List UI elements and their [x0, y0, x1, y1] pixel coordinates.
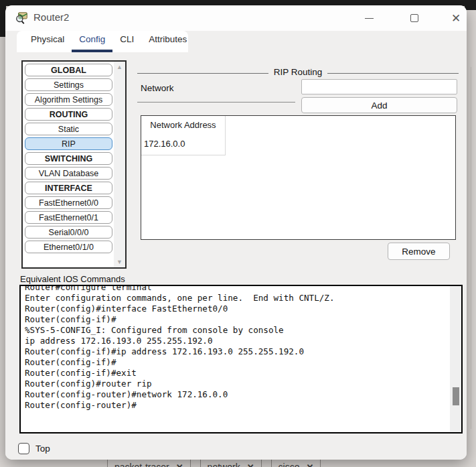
- sidebar-item-settings[interactable]: Settings: [25, 78, 112, 91]
- tag-label: cisco: [279, 462, 300, 467]
- sidebar-item-global[interactable]: GLOBAL: [25, 64, 112, 76]
- network-divider: [137, 102, 295, 103]
- network-address-entry[interactable]: 172.16.0.0: [144, 139, 191, 149]
- config-sidebar: GLOBAL Settings Algorithm Settings ROUTI…: [21, 60, 127, 269]
- top-checkbox-row: Top: [18, 443, 50, 454]
- tag-close-icon[interactable]: ✕: [176, 462, 183, 467]
- network-label: Network: [141, 83, 174, 93]
- config-content: GLOBAL Settings Algorithm Settings ROUTI…: [5, 52, 467, 460]
- tag-label: packet-tracer: [114, 462, 169, 467]
- backdrop-dark-corner: [465, 0, 476, 10]
- sidebar-item-algorithm-settings[interactable]: Algorithm Settings: [25, 93, 112, 106]
- remove-button[interactable]: Remove: [388, 243, 450, 260]
- backdrop-page-scrollbar: [471, 67, 471, 429]
- network-input[interactable]: [301, 79, 457, 94]
- top-checkbox[interactable]: [18, 443, 29, 454]
- tab-physical[interactable]: Physical: [23, 30, 72, 52]
- sidebar-item-fastethernet0-1[interactable]: FastEthernet0/1: [25, 211, 112, 224]
- tab-cli[interactable]: CLI: [112, 30, 141, 52]
- packet-tracer-device-icon: [15, 11, 29, 25]
- router-config-window: Router2 ✕ Physical Config CLI Attributes…: [5, 5, 467, 460]
- network-address-header: Network Address: [141, 120, 225, 130]
- tag-close-icon[interactable]: ✕: [306, 462, 313, 467]
- sidebar-item-routing[interactable]: ROUTING: [25, 108, 112, 121]
- tab-strip: Physical Config CLI Attributes: [17, 31, 188, 52]
- tag-label: network: [208, 462, 240, 467]
- sidebar-item-switching[interactable]: SWITCHING: [25, 152, 112, 165]
- sidebar-item-fastethernet0-0[interactable]: FastEthernet0/0: [25, 196, 112, 209]
- sidebar-item-serial0-0-0[interactable]: Serial0/0/0: [25, 226, 112, 239]
- tab-config[interactable]: Config: [72, 30, 112, 52]
- close-button[interactable]: ✕: [441, 5, 467, 31]
- ios-commands-label: Equivalent IOS Commands: [20, 274, 125, 284]
- tab-zone: Physical Config CLI Attributes: [5, 31, 467, 52]
- minimize-button[interactable]: [353, 5, 384, 31]
- maximize-icon: [410, 14, 418, 22]
- close-icon: ✕: [451, 11, 461, 25]
- top-checkbox-label: Top: [35, 444, 50, 454]
- network-address-cell: Network Address 172.16.0.0: [141, 116, 226, 155]
- window-title: Router2: [33, 11, 69, 23]
- ios-commands-terminal[interactable]: Router#configure terminal Enter configur…: [19, 285, 463, 433]
- ios-commands-text: Router#configure terminal Enter configur…: [25, 285, 461, 411]
- title-bar[interactable]: Router2 ✕: [5, 5, 467, 31]
- sidebar-item-vlan-database[interactable]: VLAN Database: [25, 167, 112, 180]
- network-address-value: 172.16.0.0: [144, 139, 185, 149]
- rip-section-title: RIP Routing: [268, 67, 328, 77]
- sidebar-item-rip[interactable]: RIP: [25, 137, 112, 150]
- minimize-icon: [365, 18, 374, 19]
- terminal-scrollbar-thumb[interactable]: [453, 387, 459, 405]
- scroll-up-icon[interactable]: ▲: [114, 64, 125, 70]
- rip-section-header: RIP Routing: [137, 68, 459, 78]
- add-button[interactable]: Add: [301, 97, 457, 113]
- sidebar-scrollbar[interactable]: ▲ ▼: [114, 62, 125, 267]
- tag-close-icon[interactable]: ✕: [247, 462, 254, 467]
- network-address-list[interactable]: Network Address 172.16.0.0: [141, 115, 456, 240]
- sidebar-item-ethernet0-1-0[interactable]: Ethernet0/1/0: [25, 241, 112, 253]
- scroll-down-icon[interactable]: ▼: [114, 259, 125, 265]
- sidebar-item-interface[interactable]: INTERFACE: [25, 182, 112, 194]
- sidebar-item-static[interactable]: Static: [25, 123, 112, 135]
- sidebar-button-column: GLOBAL Settings Algorithm Settings ROUTI…: [23, 62, 114, 267]
- tab-attributes[interactable]: Attributes: [141, 30, 194, 52]
- legend-line-left: [137, 73, 268, 74]
- maximize-button[interactable]: [399, 5, 430, 31]
- legend-line-right: [327, 73, 459, 74]
- terminal-scrollbar[interactable]: [450, 286, 461, 432]
